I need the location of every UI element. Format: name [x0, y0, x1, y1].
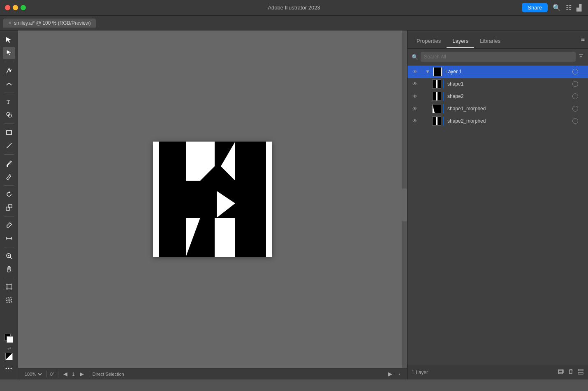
search-icon[interactable]: 🔍 — [553, 4, 561, 12]
workspace-icon[interactable]: ☷ — [566, 4, 572, 12]
expand-icon-layer1[interactable]: ▼ — [424, 69, 431, 74]
toolbar-separator-3 — [4, 123, 14, 124]
svg-rect-51 — [437, 67, 439, 76]
default-colors[interactable] — [5, 353, 13, 360]
toggle-prev-button[interactable]: ‹ — [397, 371, 402, 377]
tool-label: Direct Selection — [93, 372, 124, 377]
svg-line-13 — [10, 223, 11, 223]
layer-name-shape2: shape2 — [446, 93, 571, 99]
delete-layer-icon[interactable] — [567, 368, 574, 376]
search-icon: 🔍 — [412, 54, 418, 60]
visibility-icon-shape2[interactable]: 👁 — [411, 93, 419, 99]
titlebar-actions: Share 🔍 ☷ ▟ — [522, 3, 581, 12]
layer-color-shape2morphed — [443, 116, 444, 126]
toolbar-separator-8 — [4, 278, 14, 278]
panel-menu-icon[interactable]: ≡ — [581, 36, 585, 43]
maximize-button[interactable] — [21, 5, 26, 10]
svg-text:T: T — [7, 99, 10, 105]
filter-icon[interactable] — [578, 54, 584, 61]
direct-selection-tool[interactable] — [3, 47, 15, 59]
svg-marker-0 — [6, 37, 11, 43]
eyedropper-tool[interactable] — [3, 219, 15, 231]
artwork-svg — [153, 142, 272, 257]
layer-row-shape2[interactable]: 👁 shape2 — [407, 90, 588, 102]
new-layer-icon[interactable] — [558, 368, 564, 376]
layer-row-shape1morphed[interactable]: 👁 shape1_morphed — [407, 102, 588, 115]
more-tools[interactable] — [2, 362, 15, 375]
share-button[interactable]: Share — [522, 3, 548, 12]
color-swatches[interactable] — [2, 332, 16, 345]
pencil-tool[interactable] — [3, 170, 15, 183]
status-sep-3 — [89, 371, 89, 377]
search-input[interactable] — [421, 52, 576, 62]
curvature-tool[interactable] — [3, 78, 15, 90]
layer-color-shape1morphed — [443, 104, 444, 113]
slice-tool[interactable] — [3, 294, 15, 306]
tab-close-icon[interactable]: ✕ — [8, 21, 12, 25]
svg-line-8 — [7, 143, 12, 148]
layer-row-shape1[interactable]: 👁 shape1 — [407, 78, 588, 90]
tabbar: ✕ smiley.ai* @ 100 % (RGB/Preview) — [0, 16, 588, 30]
zoom-select[interactable]: 100% 50% 200% — [23, 371, 43, 377]
layer-name-shape1morphed: shape1_morphed — [446, 106, 571, 112]
layer-target-layer1[interactable] — [572, 69, 578, 74]
rotate-tool[interactable] — [3, 188, 15, 200]
svg-rect-54 — [438, 80, 441, 88]
layer-thumb-shape1morphed — [432, 104, 441, 113]
layer-color-shape2 — [443, 92, 444, 101]
layer-target-shape1morphed[interactable] — [572, 106, 578, 112]
selection-tool[interactable] — [3, 34, 15, 46]
visibility-icon-shape1[interactable]: 👁 — [411, 81, 419, 87]
panel-options-icon[interactable] — [577, 368, 584, 376]
layer-row-shape2morphed[interactable]: 👁 shape2_morphed — [407, 115, 588, 127]
toolbar-separator-6 — [4, 216, 14, 216]
artboard-tool[interactable] — [3, 281, 15, 293]
artboard — [153, 142, 272, 257]
zoom-tool[interactable] — [3, 250, 15, 262]
layer-count-label: 1 Layer — [412, 370, 554, 375]
layer-target-shape2[interactable] — [572, 93, 578, 99]
svg-point-9 — [7, 165, 8, 167]
toolbar-separator-5 — [4, 185, 14, 186]
titlebar: Adobe Illustrator 2023 Share 🔍 ☷ ▟ — [0, 0, 588, 16]
measure-tool[interactable] — [3, 232, 15, 244]
layer-thumb-shape2 — [432, 92, 441, 101]
scroll-thumb-v[interactable] — [402, 189, 407, 221]
tab-libraries[interactable]: Libraries — [474, 35, 506, 48]
right-panel: Properties Layers Libraries ≡ 🔍 — [407, 30, 588, 379]
shape-builder-tool[interactable] — [3, 109, 15, 121]
visibility-icon-shape2morphed[interactable]: 👁 — [411, 118, 419, 124]
paintbrush-tool[interactable] — [3, 157, 15, 170]
layer-target-shape2morphed[interactable] — [572, 118, 578, 124]
minimize-button[interactable] — [13, 5, 18, 10]
text-tool[interactable]: T — [3, 95, 15, 108]
svg-rect-53 — [433, 80, 436, 88]
toggle-play-button[interactable]: ▶ — [387, 371, 394, 377]
svg-rect-67 — [578, 372, 583, 374]
layer-row-layer1[interactable]: 👁 ▼ Layer 1 — [407, 65, 588, 78]
layer-target-shape1[interactable] — [572, 81, 578, 87]
next-page-button[interactable]: ▶ — [78, 371, 86, 377]
close-button[interactable] — [5, 5, 10, 10]
document-tab[interactable]: ✕ smiley.ai* @ 100 % (RGB/Preview) — [3, 19, 96, 28]
svg-rect-61 — [433, 117, 436, 125]
visibility-icon-layer1[interactable]: 👁 — [411, 69, 419, 74]
layers-list: 👁 ▼ Layer 1 — [407, 65, 588, 365]
line-tool[interactable] — [3, 140, 15, 152]
visibility-icon-shape1morphed[interactable]: 👁 — [411, 106, 419, 112]
layer-name-layer1: Layer 1 — [444, 69, 571, 74]
vertical-scrollbar[interactable] — [402, 30, 407, 379]
tab-properties[interactable]: Properties — [411, 35, 447, 48]
svg-rect-49 — [434, 67, 437, 76]
pen-tool[interactable] — [3, 65, 15, 77]
tab-layers[interactable]: Layers — [447, 35, 474, 48]
rectangle-tool[interactable] — [3, 126, 15, 139]
panel-toggle-icon[interactable]: ▟ — [576, 4, 581, 12]
main-area: T — [0, 30, 588, 379]
swap-colors-icon[interactable]: ⇄ — [7, 346, 11, 351]
scale-tool[interactable] — [3, 201, 15, 214]
hand-tool[interactable] — [3, 263, 15, 275]
prev-page-button[interactable]: ◀ — [62, 371, 69, 377]
svg-rect-66 — [578, 369, 583, 371]
toolbar-separator-4 — [4, 154, 14, 155]
